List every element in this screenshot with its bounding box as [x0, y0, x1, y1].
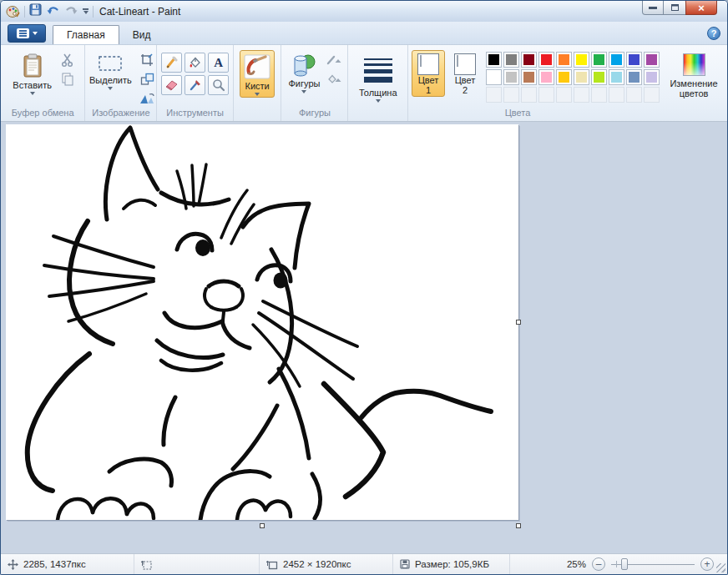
zoom-out-button[interactable]: –	[592, 557, 605, 571]
palette-swatch-empty[interactable]	[609, 87, 624, 103]
close-button[interactable]: ×	[685, 1, 717, 15]
tab-home[interactable]: Главная	[53, 25, 119, 44]
palette-swatch[interactable]	[503, 52, 519, 68]
palette-swatch[interactable]	[556, 69, 572, 85]
minimize-button[interactable]	[642, 1, 664, 15]
palette-swatch[interactable]	[609, 52, 624, 68]
redo-button[interactable]	[64, 4, 78, 19]
zoom-slider-thumb[interactable]	[621, 558, 628, 570]
crop-button[interactable]	[139, 52, 157, 68]
color1-swatch	[420, 55, 422, 67]
group-tools: A Инструменты	[157, 45, 233, 121]
cursor-position-value: 2285, 1437пкс	[23, 559, 86, 569]
tab-view[interactable]: Вид	[119, 25, 164, 44]
cat-drawing	[6, 124, 518, 520]
canvas-size-icon	[266, 559, 278, 570]
palette-swatch[interactable]	[591, 52, 607, 68]
help-icon[interactable]: ?	[707, 27, 720, 40]
chevron-down-icon	[33, 32, 38, 35]
paste-button[interactable]: Вставить	[8, 50, 56, 97]
palette-swatch[interactable]	[644, 52, 660, 68]
palette-swatch[interactable]	[574, 69, 589, 85]
palette-swatch[interactable]	[591, 69, 607, 85]
palette-swatch[interactable]	[644, 69, 660, 85]
restore-button[interactable]	[664, 1, 685, 15]
palette-swatch-empty[interactable]	[538, 87, 554, 103]
palette-swatch-empty[interactable]	[644, 87, 660, 103]
palette-swatch-empty[interactable]	[574, 87, 589, 103]
ribbon: Вставить Буфер обмена Выделить	[1, 45, 727, 122]
color2-button[interactable]: Цвет2	[448, 50, 482, 97]
group-label: Цвета	[408, 107, 727, 121]
paint-menu-button[interactable]	[8, 24, 46, 43]
file-size-value: Размер: 105,9КБ	[415, 559, 489, 569]
palette-swatch[interactable]	[503, 69, 519, 85]
palette-swatch-empty[interactable]	[556, 87, 572, 103]
shape-outline-button[interactable]	[326, 52, 345, 68]
rotate-button[interactable]	[139, 90, 157, 107]
paint-app-icon[interactable]	[6, 5, 20, 18]
window-controls: ×	[642, 1, 717, 15]
color1-button[interactable]: Цвет1	[412, 50, 445, 97]
brushes-button[interactable]: Кисти	[240, 50, 275, 98]
palette-swatch[interactable]	[626, 52, 642, 68]
window-title: Cat-Lineart - Paint	[99, 6, 180, 18]
resize-handle-bottom[interactable]	[260, 523, 265, 528]
palette-swatch-empty[interactable]	[521, 87, 537, 103]
palette-swatch-empty[interactable]	[503, 87, 519, 103]
group-label: Инструменты	[157, 107, 232, 121]
copy-button[interactable]	[58, 71, 77, 88]
palette-swatch[interactable]	[538, 69, 554, 85]
palette-swatch[interactable]	[538, 52, 554, 68]
palette-swatch[interactable]	[574, 52, 589, 68]
divider	[93, 6, 94, 18]
cursor-position-icon	[8, 559, 18, 570]
cut-button[interactable]	[58, 52, 77, 68]
palette-swatch[interactable]	[626, 69, 642, 85]
zoom-in-button[interactable]: +	[700, 557, 714, 571]
zoom-slider[interactable]	[611, 558, 695, 570]
group-label: Изображение	[85, 107, 156, 121]
resize-handle-corner[interactable]	[516, 523, 521, 528]
edit-colors-button[interactable]: Изменение цветов	[664, 50, 724, 100]
select-button[interactable]: Выделить	[85, 50, 136, 92]
resize-grip[interactable]	[716, 563, 725, 572]
text-tool[interactable]: A	[208, 53, 229, 73]
canvas-size-segment: 2452 × 1920пкс	[260, 554, 393, 574]
select-icon	[98, 53, 123, 73]
title-bar: Cat-Lineart - Paint ×	[1, 1, 727, 22]
palette-swatch[interactable]	[609, 69, 624, 85]
paint-window: Cat-Lineart - Paint × Главная Вид ? Вста…	[0, 0, 728, 575]
menu-icon	[17, 28, 29, 38]
resize-button[interactable]	[139, 71, 157, 88]
palette-swatch[interactable]	[486, 69, 502, 85]
group-label: Буфер обмена	[1, 107, 84, 121]
save-button[interactable]	[29, 3, 42, 19]
file-size-icon	[400, 559, 410, 569]
customize-qat-dropdown[interactable]	[83, 8, 88, 14]
fill-tool[interactable]	[185, 53, 205, 73]
group-colors: Цвет1 Цвет2 Изменение цветов Цвета	[408, 45, 727, 121]
clipboard-icon	[22, 53, 43, 78]
palette-swatch[interactable]	[521, 69, 537, 85]
pencil-tool[interactable]	[161, 53, 182, 73]
palette-swatch-empty[interactable]	[486, 87, 502, 103]
shape-fill-button[interactable]	[326, 71, 345, 88]
work-area	[1, 122, 727, 553]
palette-swatch[interactable]	[556, 52, 572, 68]
palette-swatch-empty[interactable]	[626, 87, 642, 103]
color-picker-tool[interactable]	[185, 75, 205, 95]
group-label: Фигуры	[281, 107, 347, 121]
undo-button[interactable]	[46, 4, 60, 19]
palette-swatch[interactable]	[486, 52, 502, 68]
palette-swatch[interactable]	[521, 52, 537, 68]
drawing-canvas[interactable]	[6, 124, 518, 520]
group-brushes: Кисти	[234, 45, 282, 121]
palette-swatch-empty[interactable]	[591, 87, 607, 103]
eraser-tool[interactable]	[161, 75, 182, 95]
shapes-button[interactable]: Фигуры	[285, 50, 325, 95]
magnifier-tool[interactable]	[208, 75, 229, 95]
size-button[interactable]: Толщина	[355, 50, 402, 104]
resize-handle-right[interactable]	[516, 320, 521, 325]
zoom-value: 25%	[567, 559, 586, 569]
